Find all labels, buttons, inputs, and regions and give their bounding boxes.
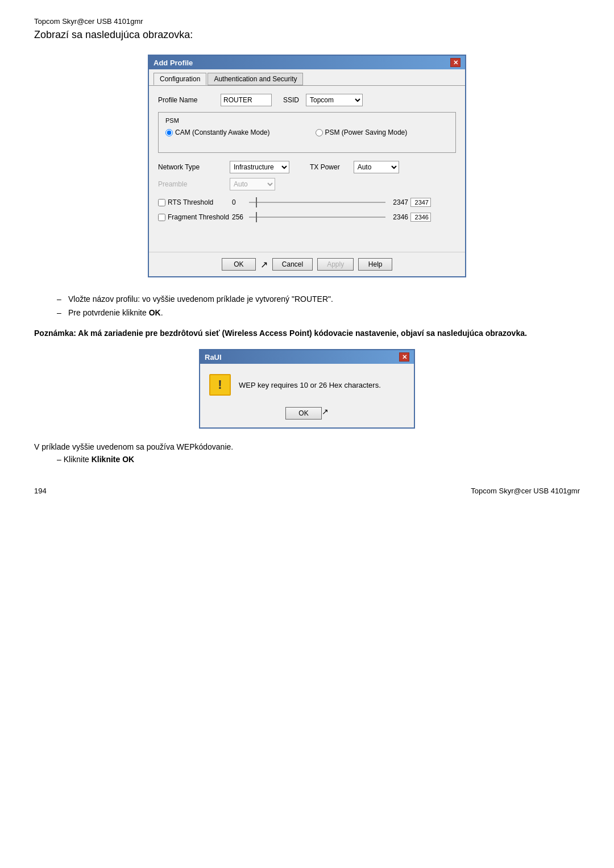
- page-number: 194: [34, 487, 47, 495]
- tab-configuration[interactable]: Configuration: [154, 73, 206, 85]
- close-button[interactable]: ✕: [450, 58, 460, 67]
- help-button[interactable]: Help: [358, 258, 392, 271]
- raui-ok-cursor: ↗: [322, 407, 329, 420]
- cam-label: CAM (Constantly Awake Mode): [175, 128, 270, 136]
- dialog-title: Add Profile: [154, 59, 193, 67]
- dialog-titlebar: Add Profile ✕: [149, 56, 465, 69]
- raui-ok-button[interactable]: OK: [285, 407, 321, 420]
- raui-dialog: RaUI ✕ ! WEP key requires 10 or 26 Hex c…: [199, 349, 415, 429]
- ssid-label: SSID: [283, 96, 306, 104]
- fragment-min-val: 256: [232, 213, 249, 221]
- tx-power-select[interactable]: Auto: [354, 161, 399, 173]
- raui-title: RaUI: [205, 353, 222, 362]
- psm-options: CAM (Constantly Awake Mode) PSM (Power S…: [165, 128, 449, 136]
- bottom-text: V príklade vyššie uvedenom sa používa WE…: [34, 442, 580, 451]
- raui-message: WEP key requires 10 or 26 Hex characters…: [239, 381, 381, 389]
- fragment-threshold-row: Fragment Threshold 256 2346: [158, 212, 456, 222]
- raui-close-button[interactable]: ✕: [399, 352, 409, 362]
- tx-power-label: TX Power: [310, 163, 340, 171]
- instruction-list: Vložte názov profilu: vo vyššie uvedenom…: [57, 294, 580, 317]
- psm-option[interactable]: PSM (Power Saving Mode): [316, 128, 408, 136]
- rts-slider-tick: [256, 197, 257, 207]
- fragment-slider-track: [249, 217, 385, 218]
- fragment-max-val: 2346: [385, 213, 408, 221]
- raui-footer: OK ↗: [200, 402, 414, 427]
- apply-button[interactable]: Apply: [317, 258, 354, 271]
- dialog-body: Profile Name SSID Topcom PSM CAM (Consta…: [149, 86, 465, 252]
- psm-title: PSM: [165, 117, 449, 124]
- ok-cursor: ↗: [260, 259, 268, 270]
- raui-wrapper: RaUI ✕ ! WEP key requires 10 or 26 Hex c…: [34, 349, 580, 429]
- profile-name-label: Profile Name: [158, 96, 221, 104]
- instruction-item-1: Vložte názov profilu: vo vyššie uvedenom…: [57, 294, 580, 304]
- preamble-label: Preamble: [158, 180, 221, 188]
- tab-authentication-security[interactable]: Authentication and Security: [208, 73, 303, 85]
- network-type-row: Network Type Infrastructure TX Power Aut…: [158, 161, 456, 173]
- rts-slider-container: [249, 197, 385, 207]
- ssid-select[interactable]: Topcom: [306, 94, 363, 106]
- rts-value-input[interactable]: [410, 198, 431, 207]
- raui-body: ! WEP key requires 10 or 26 Hex characte…: [200, 364, 414, 402]
- psm-box: PSM CAM (Constantly Awake Mode) PSM (Pow…: [158, 112, 456, 153]
- rts-slider-track: [249, 202, 385, 203]
- page-subtitle: Zobrazí sa nasledujúca obrazovka:: [34, 29, 580, 41]
- profile-name-row: Profile Name SSID Topcom: [158, 94, 456, 106]
- add-profile-dialog: Add Profile ✕ Configuration Authenticati…: [148, 55, 466, 277]
- fragment-checkbox[interactable]: [158, 214, 165, 221]
- page-footer: 194 Topcom Skyr@cer USB 4101gmr: [34, 487, 580, 495]
- fragment-slider-container: [249, 212, 385, 222]
- preamble-select[interactable]: Auto: [230, 178, 275, 190]
- cancel-button[interactable]: Cancel: [272, 258, 313, 271]
- cam-option[interactable]: CAM (Constantly Awake Mode): [165, 128, 270, 136]
- fragment-checkbox-row: Fragment Threshold: [158, 213, 232, 221]
- dialog-footer: OK ↗ Cancel Apply Help: [149, 252, 465, 276]
- ok-button[interactable]: OK: [222, 258, 256, 271]
- profile-name-input[interactable]: [221, 94, 272, 106]
- rts-checkbox[interactable]: [158, 199, 165, 206]
- psm-label: PSM (Power Saving Mode): [325, 128, 408, 136]
- rts-label: RTS Threshold: [168, 198, 213, 206]
- network-type-label: Network Type: [158, 163, 221, 171]
- warning-icon: !: [209, 374, 231, 396]
- fragment-label: Fragment Threshold: [168, 213, 229, 221]
- footer-brand: Topcom Skyr@cer USB 4101gmr: [471, 487, 580, 495]
- rts-checkbox-row: RTS Threshold: [158, 198, 232, 206]
- note-bold: Poznámka: Ak má zariadenie pre bezdrôtov…: [34, 329, 580, 338]
- rts-threshold-row: RTS Threshold 0 2347: [158, 197, 456, 207]
- raui-titlebar: RaUI ✕: [200, 350, 414, 364]
- rts-max-val: 2347: [385, 198, 408, 206]
- rts-min-val: 0: [232, 198, 249, 206]
- instruction-item-2: Pre potvrdenie kliknite OK.: [57, 308, 580, 317]
- preamble-row: Preamble Auto: [158, 178, 456, 190]
- dialog-tabs: Configuration Authentication and Securit…: [149, 69, 465, 86]
- fragment-slider-tick: [256, 212, 257, 222]
- bottom-bullet: – Kliknite Kliknite OK: [57, 455, 580, 464]
- fragment-value-input[interactable]: [410, 213, 431, 222]
- network-type-select[interactable]: Infrastructure: [230, 161, 289, 173]
- top-label: Topcom Skyr@cer USB 4101gmr: [34, 17, 580, 26]
